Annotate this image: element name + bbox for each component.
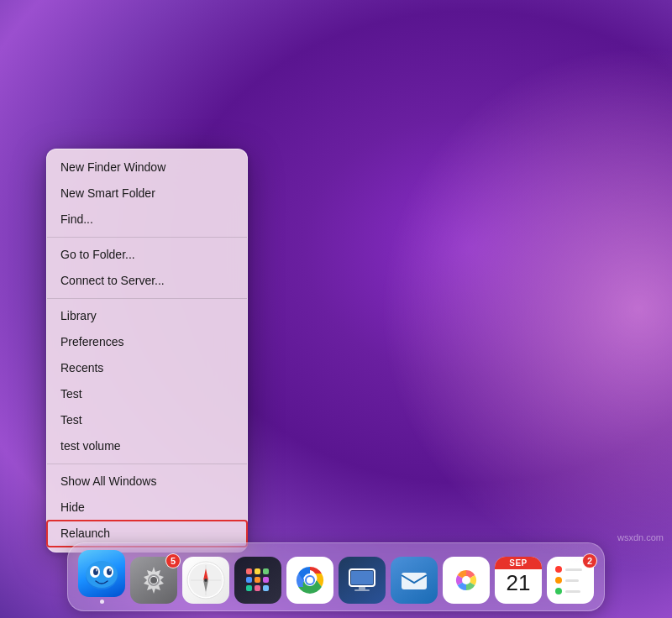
screens-icon xyxy=(339,557,386,604)
svg-rect-22 xyxy=(255,577,260,583)
dock-item-launchpad[interactable] xyxy=(234,557,281,604)
dock-item-chrome[interactable] xyxy=(286,557,333,604)
menu-item-test2[interactable]: Test xyxy=(47,407,247,433)
dock-item-finder[interactable] xyxy=(78,550,125,604)
dock-item-reminders[interactable]: 2 xyxy=(547,557,594,604)
svg-rect-20 xyxy=(263,568,269,574)
dock-item-calendar[interactable]: SEP 21 xyxy=(495,557,542,604)
settings-badge: 5 xyxy=(165,553,181,568)
calendar-icon: SEP 21 xyxy=(495,557,542,604)
svg-rect-34 xyxy=(354,589,370,591)
calendar-day: 21 xyxy=(507,571,531,595)
menu-separator-1 xyxy=(47,237,247,238)
menu-item-test1[interactable]: Test xyxy=(47,381,247,407)
svg-point-6 xyxy=(96,569,97,572)
svg-rect-35 xyxy=(402,573,427,589)
menu-item-connect-to-server[interactable]: Connect to Server... xyxy=(47,268,247,294)
dock-item-safari[interactable] xyxy=(182,557,229,604)
svg-rect-24 xyxy=(246,585,252,591)
svg-point-7 xyxy=(109,569,111,572)
svg-rect-21 xyxy=(246,577,252,583)
svg-rect-32 xyxy=(351,571,373,584)
calendar-month: SEP xyxy=(495,557,542,569)
menu-item-new-smart-folder[interactable]: New Smart Folder xyxy=(47,181,247,207)
svg-rect-18 xyxy=(246,568,252,574)
settings-icon: 5 xyxy=(130,557,177,604)
dock-item-mail[interactable] xyxy=(391,557,438,604)
dock-item-photos[interactable] xyxy=(443,557,490,604)
svg-point-36 xyxy=(462,576,470,584)
safari-icon xyxy=(182,557,229,604)
dock: 5 xyxy=(67,542,605,611)
svg-rect-25 xyxy=(255,585,260,591)
reminders-icon: 2 xyxy=(547,557,594,604)
svg-point-30 xyxy=(307,577,313,584)
mail-icon xyxy=(391,557,438,604)
photos-icon xyxy=(443,557,490,604)
menu-separator-2 xyxy=(47,298,247,299)
menu-item-test-volume[interactable]: test volume xyxy=(47,433,247,459)
menu-item-preferences[interactable]: Preferences xyxy=(47,329,247,355)
svg-rect-19 xyxy=(255,568,260,574)
reminders-badge: 2 xyxy=(582,553,597,568)
context-menu: New Finder Window New Smart Folder Find.… xyxy=(46,149,248,553)
svg-point-4 xyxy=(93,568,98,575)
svg-rect-26 xyxy=(263,585,269,591)
desktop: New Finder Window New Smart Folder Find.… xyxy=(0,0,672,618)
watermark: wsxdn.com xyxy=(617,532,664,542)
menu-item-new-finder-window[interactable]: New Finder Window xyxy=(47,154,247,181)
svg-point-17 xyxy=(204,579,207,582)
finder-dot xyxy=(100,600,104,604)
chrome-icon xyxy=(286,557,333,604)
dock-item-settings[interactable]: 5 xyxy=(130,557,177,604)
svg-rect-33 xyxy=(359,586,365,589)
menu-item-show-all-windows[interactable]: Show All Windows xyxy=(47,469,247,495)
menu-item-hide[interactable]: Hide xyxy=(47,495,247,521)
svg-rect-23 xyxy=(263,577,269,583)
menu-item-library[interactable]: Library xyxy=(47,303,247,329)
launchpad-icon xyxy=(234,557,281,604)
svg-point-10 xyxy=(150,577,157,584)
finder-icon xyxy=(78,550,125,597)
menu-separator-3 xyxy=(47,464,247,464)
menu-item-recents[interactable]: Recents xyxy=(47,355,247,381)
menu-item-go-to-folder[interactable]: Go to Folder... xyxy=(47,242,247,268)
svg-point-5 xyxy=(107,568,112,575)
dock-item-screens[interactable] xyxy=(339,557,386,604)
menu-item-find[interactable]: Find... xyxy=(47,207,247,233)
